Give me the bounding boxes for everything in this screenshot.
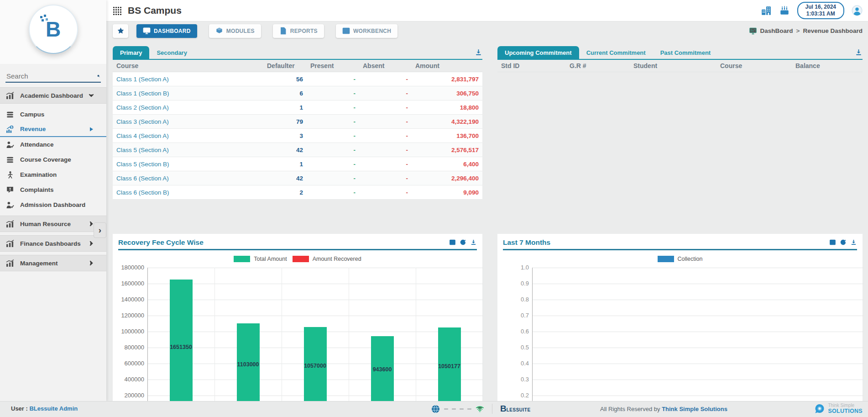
sidebar-item-human-resource[interactable]: Human Resource <box>0 216 106 232</box>
gridline-vertical <box>416 268 416 401</box>
search-input[interactable] <box>6 72 97 80</box>
bar-total-amount: 943600 <box>371 336 394 401</box>
defaulter-count: 42 <box>263 143 307 157</box>
footer: User : BLessuite Admin B LESSUITE All Ri… <box>0 401 868 417</box>
course-link[interactable]: Class 6 (Section A) <box>113 171 263 185</box>
main-area: BS Campus Jul 16, 2024 1:03:31 AM DASHBO… <box>106 0 868 401</box>
absent-value: - <box>359 129 412 143</box>
birthday-cake-icon[interactable] <box>779 5 790 16</box>
column-header-std-id: Std ID <box>497 60 566 72</box>
table-row: Class 5 (Section A)42--2,576,517 <box>113 143 482 157</box>
chart-bars-icon <box>6 259 14 267</box>
dashboard-icon <box>143 27 151 35</box>
search-icon[interactable] <box>97 72 100 80</box>
complaint-icon <box>6 186 14 194</box>
card-icon[interactable] <box>449 239 456 246</box>
sidebar-item-admission-dashboard[interactable]: Admission Dashboard <box>0 197 106 212</box>
signal-dashes <box>444 408 471 410</box>
absent-value: - <box>359 143 412 157</box>
sidebar-item-finance-dashboards[interactable]: Finance Dashboards <box>0 235 106 252</box>
refresh-icon[interactable] <box>460 239 466 246</box>
footer-user-name[interactable]: BLessuite Admin <box>29 405 78 412</box>
sidebar-item-label: Admission Dashboard <box>20 201 85 208</box>
blessuite-footer-logo[interactable]: B LESSUITE <box>500 404 531 414</box>
bar-total-amount: 1651350 <box>170 280 193 401</box>
refresh-icon[interactable] <box>840 239 847 246</box>
footer-copyright: All Rights Reserved by Think Simple Solu… <box>600 406 727 412</box>
tab-current-commitment[interactable]: Current Commitment <box>579 46 653 59</box>
content-area: PrimarySecondary CourseDefaulterPresentA… <box>106 40 868 401</box>
sidebar-item-revenue[interactable]: $Revenue <box>0 122 106 137</box>
sidebar-item-course-coverage[interactable]: Course Coverage <box>0 152 106 167</box>
bar-value-label: 943600 <box>373 366 392 373</box>
course-link[interactable]: Class 6 (Section B) <box>113 185 263 200</box>
amount-value: 2,576,517 <box>412 143 482 157</box>
course-link[interactable]: Class 3 (Section A) <box>113 115 263 129</box>
blessuite-logo-b: B <box>500 404 507 414</box>
grid-dots-icon[interactable] <box>113 6 121 15</box>
tab-past-commitment[interactable]: Past Commitment <box>653 46 718 59</box>
presentation-board-icon <box>749 27 757 35</box>
tab-primary[interactable]: Primary <box>113 46 149 59</box>
campus-building-icon[interactable] <box>761 5 772 16</box>
sidebar-item-complaints[interactable]: Complaints <box>0 182 106 197</box>
download-icon[interactable] <box>470 239 477 246</box>
page-title: BS Campus <box>128 5 182 16</box>
present-value: - <box>307 115 359 129</box>
layers-icon <box>6 111 14 119</box>
download-icon[interactable] <box>850 239 857 246</box>
gridline <box>147 268 483 268</box>
gridline <box>532 316 863 316</box>
bar-value-label: 1103000 <box>237 361 259 368</box>
course-link[interactable]: Class 5 (Section A) <box>113 143 263 157</box>
y-axis-tick: 0.6 <box>504 328 529 335</box>
sidebar-item-examination[interactable]: Examination <box>0 167 106 182</box>
sidebar-item-management[interactable]: Management <box>0 255 106 271</box>
y-axis-tick: 1800000 <box>119 264 144 271</box>
download-icon[interactable] <box>855 48 863 56</box>
sidebar-collapse-toggle[interactable]: › <box>94 222 106 238</box>
y-axis-line <box>532 268 533 401</box>
card-icon[interactable] <box>829 239 836 246</box>
legend-label: Amount Recovered <box>313 256 361 262</box>
commitments-panel: Upcoming CommitmentCurrent CommitmentPas… <box>497 46 863 72</box>
last7months-chart-legend: Collection <box>503 250 857 268</box>
nav-tab-label: REPORTS <box>290 28 318 34</box>
y-axis-tick: 0.2 <box>504 392 529 399</box>
rights-company-link[interactable]: Think Simple Solutions <box>662 406 727 412</box>
course-link[interactable]: Class 5 (Section B) <box>113 157 263 171</box>
gridline-vertical <box>214 268 215 401</box>
sidebar-item-academic-dashboard[interactable]: Academic Dashboard <box>0 87 106 104</box>
course-link[interactable]: Class 4 (Section A) <box>113 129 263 143</box>
favorite-button[interactable] <box>113 24 128 38</box>
column-header-course: Course <box>716 60 792 72</box>
course-link[interactable]: Class 2 (Section A) <box>113 100 263 115</box>
tab-dashboard[interactable]: DASHBOARD <box>136 24 197 38</box>
wifi-icon <box>476 405 484 413</box>
breadcrumb-current[interactable]: Revenue Dashboard <box>803 27 863 34</box>
y-axis-tick: 1.0 <box>504 264 529 271</box>
table-row: Class 6 (Section A)42--2,296,400 <box>113 171 482 185</box>
breadcrumb-dashboard[interactable]: DashBoard <box>760 27 793 34</box>
column-header-g-r: G.R # <box>566 60 630 72</box>
tab-reports[interactable]: REPORTS <box>273 24 324 38</box>
course-link[interactable]: Class 1 (Section B) <box>113 86 263 100</box>
download-icon[interactable] <box>475 48 482 56</box>
user-avatar-icon[interactable] <box>852 5 863 16</box>
sidebar-item-campus[interactable]: Campus <box>0 107 106 122</box>
absent-value: - <box>359 72 412 86</box>
footer-user-label: User : <box>11 405 28 412</box>
course-link[interactable]: Class 1 (Section A) <box>113 72 263 86</box>
tab-secondary[interactable]: Secondary <box>149 46 194 59</box>
tab-modules[interactable]: MODULES <box>209 24 261 38</box>
gridline <box>532 380 863 380</box>
footer-brand[interactable]: Think Simple SOLUTIONS <box>814 403 863 414</box>
footer-divider <box>492 404 492 414</box>
layers-icon <box>6 156 14 164</box>
tab-workbench[interactable]: WORKBENCH <box>336 24 397 38</box>
tab-upcoming-commitment[interactable]: Upcoming Commitment <box>497 46 579 59</box>
amount-value: 2,296,400 <box>412 171 482 185</box>
recovery-chart-title: Recovery Fee Cycle Wise <box>118 238 204 247</box>
column-header-present: Present <box>307 60 359 72</box>
sidebar-item-attendance[interactable]: Attendance <box>0 137 106 152</box>
